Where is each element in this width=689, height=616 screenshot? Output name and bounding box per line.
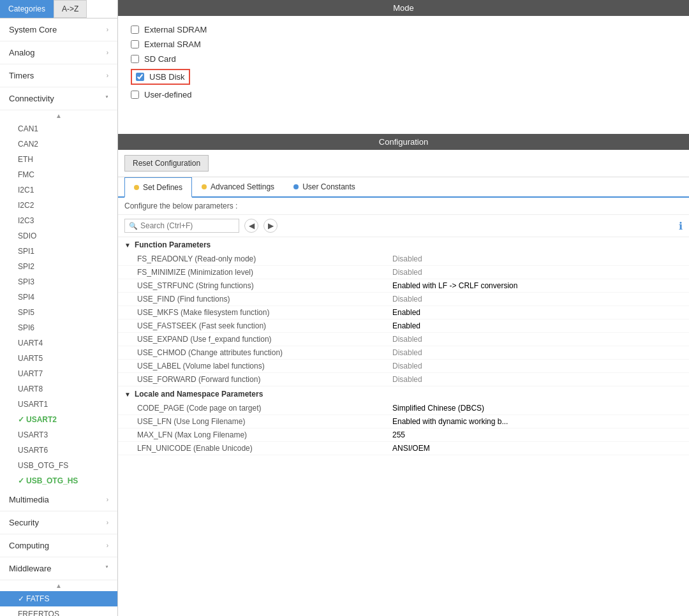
param-use-chmod-name: USE_CHMOD (Change attributes function) (137, 348, 392, 357)
analog-label: Analog (9, 48, 34, 57)
sidebar-item-sdio[interactable]: SDIO (0, 228, 117, 244)
sidebar-item-i2c1[interactable]: I2C1 (0, 182, 117, 198)
param-use-expand-name: USE_EXPAND (Use f_expand function) (137, 335, 392, 344)
sidebar-item-freertos[interactable]: FREERTOS (0, 606, 117, 616)
sidebar-item-multimedia[interactable]: Multimedia › (0, 488, 117, 511)
param-use-mkfs-value: Enabled (392, 308, 683, 317)
sidebar-item-usart3[interactable]: USART3 (0, 427, 117, 443)
sidebar-item-middleware[interactable]: Middleware ˅ (0, 557, 117, 580)
external-sdram-item: External SDRAM (131, 22, 676, 37)
sidebar-item-spi3[interactable]: SPI3 (0, 274, 117, 290)
scroll-up-arrow[interactable]: ▲ (0, 110, 117, 121)
param-use-forward-value: Disabled (392, 375, 683, 384)
search-bar: 🔍 ◀ ▶ ℹ (118, 215, 689, 237)
param-use-fastseek-name: USE_FASTSEEK (Fast seek function) (137, 321, 392, 330)
config-toolbar: Reset Configuration (118, 150, 689, 177)
external-sram-item: External SRAM (131, 37, 676, 52)
sidebar-item-fmc[interactable]: FMC (0, 167, 117, 182)
user-defined-item: User-defined (131, 87, 676, 102)
sidebar-item-uart5[interactable]: UART5 (0, 351, 117, 366)
param-fs-readonly-value: Disabled (392, 254, 683, 263)
middleware-scroll-up-arrow[interactable]: ▲ (0, 580, 117, 591)
param-use-strfunc: USE_STRFUNC (String functions) Enabled w… (118, 279, 689, 293)
advanced-settings-label: Advanced Settings (211, 182, 274, 191)
analog-chevron: › (107, 49, 108, 56)
config-tabs: Set Defines Advanced Settings User Const… (118, 177, 689, 198)
sidebar-item-analog[interactable]: Analog › (0, 41, 117, 64)
user-constants-label: User Constants (302, 182, 355, 191)
param-fs-minimize-value: Disabled (392, 268, 683, 277)
sidebar-item-can2[interactable]: CAN2 (0, 136, 117, 152)
param-use-label-name: USE_LABEL (Volume label functions) (137, 362, 392, 370)
function-parameters-header[interactable]: ▼ Function Parameters (118, 237, 689, 253)
multimedia-label: Multimedia (9, 495, 49, 504)
user-constants-dot (293, 184, 299, 189)
sidebar-item-spi1[interactable]: SPI1 (0, 244, 117, 259)
param-max-lfn: MAX_LFN (Max Long Filename) 255 (118, 429, 689, 442)
sidebar-item-can1[interactable]: CAN1 (0, 121, 117, 136)
external-sdram-checkbox[interactable] (131, 26, 139, 34)
locale-parameters-header[interactable]: ▼ Locale and Namespace Parameters (118, 386, 689, 402)
sidebar-item-uart7[interactable]: UART7 (0, 366, 117, 381)
sidebar-item-spi2[interactable]: SPI2 (0, 259, 117, 274)
sidebar-item-usart1[interactable]: USART1 (0, 397, 117, 412)
sidebar-item-connectivity[interactable]: Connectivity ˅ (0, 87, 117, 110)
sidebar-item-i2c3[interactable]: I2C3 (0, 213, 117, 228)
set-defines-dot (134, 185, 139, 190)
param-code-page: CODE_PAGE (Code page on target) Simplifi… (118, 402, 689, 415)
advanced-settings-dot (202, 184, 207, 189)
sidebar-item-usb-otg-fs[interactable]: USB_OTG_FS (0, 458, 117, 473)
sidebar-item-uart8[interactable]: UART8 (0, 381, 117, 397)
info-icon: ℹ (679, 220, 683, 232)
param-max-lfn-name: MAX_LFN (Max Long Filename) (137, 430, 392, 439)
connectivity-subitems: ▲ CAN1 CAN2 ETH FMC I2C1 I2C2 I2C3 SDIO … (0, 110, 117, 488)
external-sram-checkbox[interactable] (131, 40, 139, 48)
middleware-chevron: ˅ (105, 565, 108, 572)
search-next-button[interactable]: ▶ (263, 219, 278, 233)
param-max-lfn-value: 255 (392, 430, 683, 439)
sidebar-item-security[interactable]: Security › (0, 511, 117, 534)
sidebar-item-spi4[interactable]: SPI4 (0, 290, 117, 305)
config-header: Configuration (118, 134, 689, 150)
param-use-find: USE_FIND (Find functions) Disabled (118, 293, 689, 306)
sidebar-item-usart6[interactable]: USART6 (0, 443, 117, 458)
sd-card-checkbox[interactable] (131, 55, 139, 63)
sidebar-item-fatfs[interactable]: ✓FATFS (0, 591, 117, 606)
tab-categories[interactable]: Categories (0, 0, 54, 18)
param-lfn-unicode-value: ANSI/OEM (392, 444, 683, 453)
sidebar: Categories A->Z System Core › Analog › T… (0, 0, 118, 616)
param-use-expand-value: Disabled (392, 335, 683, 344)
sidebar-item-timers[interactable]: Timers › (0, 64, 117, 87)
search-prev-button[interactable]: ◀ (244, 219, 258, 233)
reset-configuration-button[interactable]: Reset Configuration (124, 155, 209, 172)
system-core-label: System Core (9, 25, 57, 34)
sidebar-item-computing[interactable]: Computing › (0, 534, 117, 557)
sidebar-item-spi6[interactable]: SPI6 (0, 320, 117, 335)
usb-disk-item: USB Disk (131, 66, 676, 87)
sidebar-item-usb-otg-hs[interactable]: ✓USB_OTG_HS (0, 473, 117, 488)
usb-disk-label: USB Disk (149, 72, 185, 82)
tab-atoz[interactable]: A->Z (54, 0, 87, 18)
sd-card-label: SD Card (144, 54, 176, 64)
set-defines-label: Set Defines (143, 183, 182, 192)
param-use-lfn-name: USE_LFN (Use Long Filename) (137, 417, 392, 426)
sidebar-item-system-core[interactable]: System Core › (0, 18, 117, 41)
param-use-chmod-value: Disabled (392, 348, 683, 357)
param-fs-minimize-name: FS_MINIMIZE (Minimization level) (137, 268, 392, 277)
user-defined-checkbox[interactable] (131, 91, 139, 99)
tab-set-defines[interactable]: Set Defines (124, 177, 192, 198)
sidebar-item-spi5[interactable]: SPI5 (0, 305, 117, 320)
security-label: Security (9, 518, 39, 527)
middleware-subitems: ▲ ✓FATFS FREERTOS LIBJPEG LWIP MBEDTLS P… (0, 580, 117, 616)
timers-chevron: › (107, 72, 108, 79)
search-input[interactable] (140, 221, 230, 230)
tab-advanced-settings[interactable]: Advanced Settings (192, 177, 284, 196)
external-sdram-label: External SDRAM (144, 25, 207, 34)
usb-disk-checkbox[interactable] (136, 73, 144, 81)
search-icon: 🔍 (129, 222, 138, 230)
sidebar-item-eth[interactable]: ETH (0, 152, 117, 167)
sidebar-item-i2c2[interactable]: I2C2 (0, 198, 117, 213)
sidebar-item-uart4[interactable]: UART4 (0, 335, 117, 351)
tab-user-constants[interactable]: User Constants (284, 177, 365, 196)
sidebar-item-usart2[interactable]: ✓USART2 (0, 412, 117, 427)
